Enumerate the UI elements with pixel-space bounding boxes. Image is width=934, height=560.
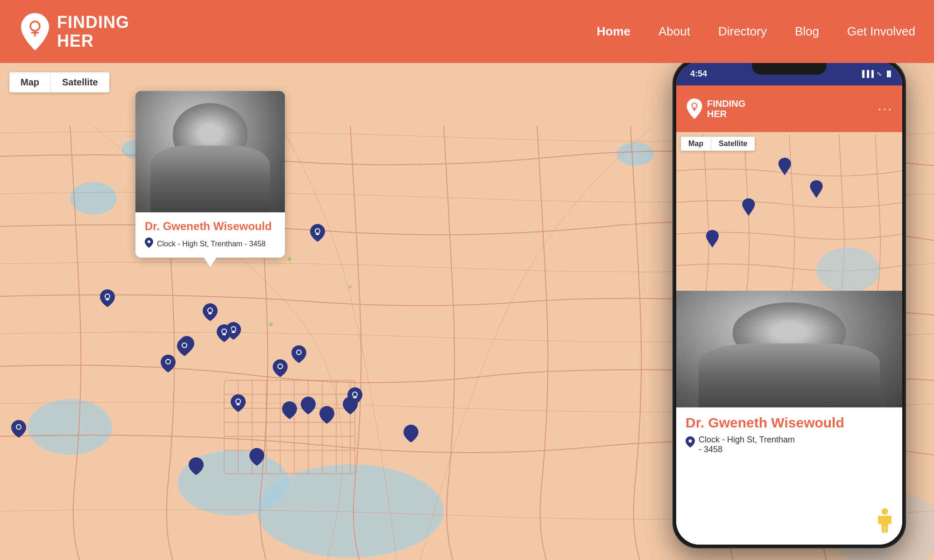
signal-icon: ▐▐▐ <box>860 70 874 77</box>
svg-rect-72 <box>885 525 888 533</box>
phone-popup-person-name: Dr. Gweneth Wisewould <box>686 415 893 430</box>
phone-logo-pin-icon <box>686 98 703 119</box>
svg-rect-69 <box>878 516 882 524</box>
popup-info: Dr. Gweneth Wisewould Clock - High St, T… <box>135 212 285 258</box>
map-pin-12[interactable] <box>301 397 316 418</box>
phone-popup-info: Dr. Gweneth Wisewould Clock - High St, T… <box>676 407 902 462</box>
phone-location-text-2: - 3458 <box>699 445 795 455</box>
nav-blog[interactable]: Blog <box>795 24 819 39</box>
map-pin-10[interactable] <box>231 394 246 415</box>
svg-point-30 <box>349 286 352 288</box>
svg-point-66 <box>689 440 692 443</box>
popup-location-text: Clock - High St, Trentham - 3458 <box>157 240 266 248</box>
popup-person-name: Dr. Gweneth Wisewould <box>145 220 276 233</box>
map-container[interactable]: Map Satellite Dr. Gweneth Wisewould Cloc… <box>0 63 934 560</box>
logo[interactable]: FINDING HER <box>19 13 129 50</box>
phone-menu-button[interactable]: ··· <box>878 101 893 116</box>
phone-toggle-satellite[interactable]: Satellite <box>711 137 755 151</box>
phone-toggle-map[interactable]: Map <box>681 137 711 151</box>
nav-get-involved[interactable]: Get Involved <box>847 24 915 39</box>
map-pin-2[interactable] <box>310 224 325 245</box>
popup-photo <box>135 91 285 212</box>
svg-point-28 <box>288 257 291 261</box>
map-pin-13[interactable] <box>319 406 334 427</box>
phone-map-roads <box>676 132 902 295</box>
svg-point-10 <box>257 464 444 558</box>
map-pin-6[interactable] <box>161 355 176 376</box>
map-pin-16[interactable] <box>11 420 26 441</box>
map-pin-20[interactable] <box>217 324 232 345</box>
map-toggle-map[interactable]: Map <box>9 72 50 92</box>
popup-location: Clock - High St, Trentham - 3458 <box>145 238 276 250</box>
nav-about[interactable]: About <box>658 24 690 39</box>
phone-logo-text: FINDING HER <box>707 98 745 119</box>
svg-point-65 <box>816 248 880 293</box>
phone-popup-photo <box>676 291 902 407</box>
nav-home[interactable]: Home <box>597 24 630 39</box>
map-pin-3[interactable] <box>100 289 115 310</box>
svg-rect-71 <box>882 525 884 533</box>
wifi-icon: ∿ <box>877 70 882 77</box>
phone-header: FINDING HER ··· <box>676 85 902 132</box>
map-pin-18[interactable] <box>249 448 264 469</box>
phone-time: 4:54 <box>690 69 707 79</box>
map-pin-19[interactable] <box>403 425 418 446</box>
map-pin-8[interactable] <box>273 359 288 380</box>
svg-point-67 <box>882 508 888 515</box>
logo-text: FINDING HER <box>57 13 129 50</box>
map-pin-17[interactable] <box>189 457 204 478</box>
svg-rect-68 <box>881 516 888 526</box>
nav-directory[interactable]: Directory <box>718 24 767 39</box>
map-pin-15[interactable] <box>347 387 362 408</box>
map-pin-5[interactable] <box>177 338 192 359</box>
map-pin-9[interactable] <box>291 345 306 366</box>
phone-location-pin-icon <box>686 436 695 450</box>
phone-popup-location: Clock - High St, Trentham - 3458 <box>686 435 893 455</box>
map-view-toggle: Map Satellite <box>9 72 109 92</box>
main-nav: Home About Directory Blog Get Involved <box>597 24 915 39</box>
svg-point-29 <box>269 322 273 326</box>
phone-location-text-1: Clock - High St, Trentham <box>699 435 795 445</box>
phone-popup-card[interactable]: Dr. Gweneth Wisewould Clock - High St, T… <box>676 291 902 545</box>
phone-map-toggle: Map Satellite <box>681 137 755 151</box>
location-pin-icon <box>145 238 153 250</box>
phone-status-icons: ▐▐▐ ∿ ▐▌ <box>860 70 893 77</box>
phone-mockup: 4:54 ▐▐▐ ∿ ▐▌ FINDING HER <box>672 63 906 548</box>
map-pin-1[interactable] <box>203 303 218 324</box>
svg-point-8 <box>28 399 112 455</box>
map-popup-card[interactable]: Dr. Gweneth Wisewould Clock - High St, T… <box>135 91 285 258</box>
human-figure <box>877 508 893 535</box>
phone-notch <box>752 63 827 75</box>
svg-point-31 <box>148 240 150 243</box>
map-toggle-satellite[interactable]: Satellite <box>50 72 109 92</box>
svg-rect-70 <box>888 516 892 524</box>
phone-map-area[interactable]: Map Satellite <box>676 132 902 295</box>
battery-icon: ▐▌ <box>885 70 893 77</box>
logo-pin-icon <box>19 13 51 50</box>
map-pin-11[interactable] <box>282 401 297 422</box>
phone-screen: 4:54 ▐▐▐ ∿ ▐▌ FINDING HER <box>676 63 902 545</box>
svg-point-4 <box>70 182 117 215</box>
site-header: FINDING HER Home About Directory Blog Ge… <box>0 0 934 63</box>
